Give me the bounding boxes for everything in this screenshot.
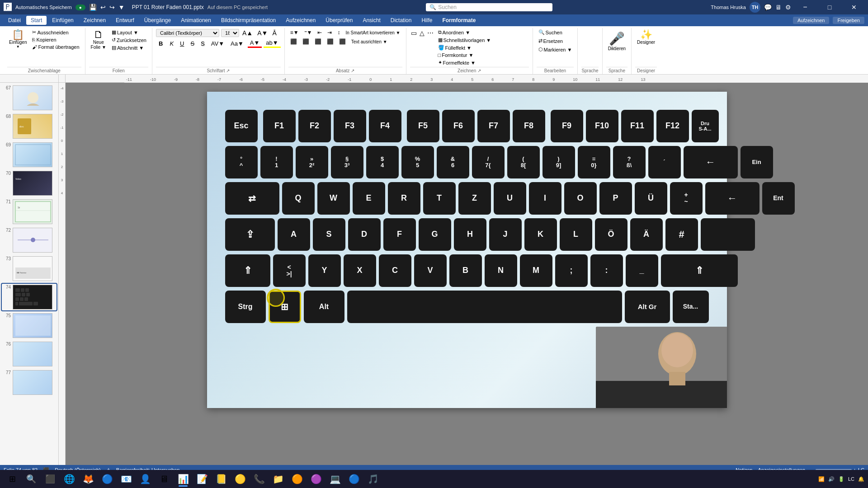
ribbon-btn-ersetzen[interactable]: ⇄ Ersetzen xyxy=(537,38,565,44)
taskbar-outlook-btn[interactable]: 👤 xyxy=(137,470,154,488)
autosave-switch[interactable]: ● xyxy=(75,5,85,10)
shadow-btn[interactable]: S xyxy=(198,40,207,47)
taskbar-teams-btn[interactable]: 🖥 xyxy=(156,470,173,488)
font-size-select[interactable]: 18 xyxy=(221,29,239,37)
toolbar-undo-icon[interactable]: ↩ xyxy=(100,4,106,11)
ribbon-btn-markieren[interactable]: ⬡ Markieren ▼ xyxy=(537,46,574,53)
slide-thumb-68[interactable]: 68 doc xyxy=(2,113,57,140)
taskbar-notification-btn[interactable]: 🔔 xyxy=(858,476,864,482)
font-name-select[interactable]: Calibri (Textkörper) xyxy=(156,29,219,37)
shape-rect[interactable]: ▭ xyxy=(410,29,418,37)
increase-font-icon[interactable]: A▲ xyxy=(241,29,254,37)
char-spacing-btn[interactable]: AV▼ xyxy=(209,40,226,47)
taskbar-sticky-btn[interactable]: 🟡 xyxy=(231,470,249,488)
ribbon-btn-formkontur[interactable]: □ Formkontur ▼ xyxy=(436,52,493,58)
taskbar-chrome-btn[interactable]: 🔵 xyxy=(99,470,116,488)
taskbar-word-btn[interactable]: 📝 xyxy=(193,470,211,488)
menu-item-datei[interactable]: Datei xyxy=(4,16,25,25)
taskbar-search-btn[interactable]: 🔍 xyxy=(23,470,40,488)
menu-item-aufzeichnen[interactable]: Aufzeichnen xyxy=(281,16,320,25)
taskbar-skype-btn[interactable]: 📞 xyxy=(250,470,268,488)
taskbar-app6-btn[interactable]: 🎵 xyxy=(364,470,382,488)
ribbon-btn-kopieren[interactable]: ⎘ Kopieren xyxy=(30,37,81,43)
align-right-btn[interactable]: ⬛ xyxy=(313,38,323,45)
ribbon-btn-format[interactable]: 🖌 Format übertragen xyxy=(30,44,81,50)
taskbar-sound-icon[interactable]: 🔊 xyxy=(828,476,835,482)
menu-item-dictation[interactable]: Dictation xyxy=(386,16,416,25)
align-center-btn[interactable]: ⬛ xyxy=(301,38,311,45)
shape-triangle[interactable]: △ xyxy=(419,29,425,37)
taskbar-app4-btn[interactable]: 💻 xyxy=(326,470,344,488)
taskbar-task-view-btn[interactable]: ⬛ xyxy=(42,470,59,488)
ribbon-btn-designer[interactable]: ✨ Designer xyxy=(635,29,657,46)
menu-item-ansicht[interactable]: Ansicht xyxy=(358,16,385,25)
taskbar-battery-icon[interactable]: 🔋 xyxy=(838,476,844,482)
ribbon-btn-schnellstile[interactable]: ▦ Schnellstilvorlagen ▼ xyxy=(436,37,493,43)
slide-thumb-76[interactable]: 76 xyxy=(2,341,57,367)
canvas-area[interactable]: Esc F1 F2 F3 F4 F5 F6 F7 F8 F9 F10 F11 F… xyxy=(66,83,868,465)
numbering-btn[interactable]: ⁼▼ xyxy=(302,29,314,36)
taskbar-file-btn[interactable]: 📁 xyxy=(269,470,287,488)
record-btn[interactable]: Aufzeichnen xyxy=(793,17,830,24)
slide-thumb-75[interactable]: 75 xyxy=(2,312,57,339)
ribbon-btn-ausschneiden[interactable]: ✂ Ausschneiden xyxy=(30,29,81,36)
settings-icon[interactable]: ⚙ xyxy=(785,4,791,11)
text-align-btn[interactable]: Text ausrichten ▼ xyxy=(349,39,389,45)
slide-thumb-73[interactable]: 73 ⌨ Tastatur xyxy=(2,255,57,282)
menu-item-entwurf[interactable]: Entwurf xyxy=(111,16,139,25)
slide-thumb-72[interactable]: 72 xyxy=(2,227,57,253)
taskbar-onenote-btn[interactable]: 📒 xyxy=(212,470,230,488)
ribbon-btn-formeffekte[interactable]: ✦ Formeffekte ▼ xyxy=(436,59,493,66)
taskbar-app3-btn[interactable]: 🟣 xyxy=(307,470,325,488)
highlight-color-btn[interactable]: ab▼ xyxy=(264,39,280,48)
taskbar-mail-btn[interactable]: 📧 xyxy=(118,470,135,488)
menu-item-zeichnen[interactable]: Zeichnen xyxy=(79,16,110,25)
taskbar-app5-btn[interactable]: 🔵 xyxy=(345,470,363,488)
taskbar-powerpoint-btn[interactable]: 📊 xyxy=(175,470,192,488)
ribbon-btn-neue-folie[interactable]: 🗋 NeueFolie ▼ xyxy=(89,29,108,51)
toolbar-redo-icon[interactable]: ↪ xyxy=(109,4,115,11)
font-color-btn[interactable]: A▼ xyxy=(248,39,262,48)
bold-btn[interactable]: B xyxy=(156,39,165,48)
menu-item-animationen[interactable]: Animationen xyxy=(176,16,216,25)
taskbar-edge-btn[interactable]: 🌐 xyxy=(61,470,78,488)
columns-btn[interactable]: ⬛ xyxy=(337,38,348,45)
ribbon-btn-layout[interactable]: ▦ Layout ▼ xyxy=(110,29,148,36)
present-icon[interactable]: 🖥 xyxy=(775,4,782,11)
taskbar-firefox-btn[interactable]: 🦊 xyxy=(80,470,97,488)
indent-decrease-btn[interactable]: ⇤ xyxy=(316,29,324,36)
convert-smartart-btn[interactable]: In SmartArt konvertieren ▼ xyxy=(344,30,402,36)
taskbar-network-icon[interactable]: 📶 xyxy=(818,476,825,482)
toolbar-save-icon[interactable]: 💾 xyxy=(89,4,97,11)
slide-canvas[interactable]: Esc F1 F2 F3 F4 F5 F6 F7 F8 F9 F10 F11 F… xyxy=(207,92,727,408)
taskbar-start-btn[interactable]: ⊞ xyxy=(4,470,21,488)
shape-more[interactable]: ⋯ xyxy=(426,29,434,37)
align-left-btn[interactable]: ⬛ xyxy=(288,38,299,45)
maximize-button[interactable]: □ xyxy=(819,0,840,14)
ribbon-btn-anordnen[interactable]: ⧉ Anordnen ▼ xyxy=(436,29,493,36)
menu-item-hilfe[interactable]: Hilfe xyxy=(417,16,437,25)
bullets-btn[interactable]: ≡▼ xyxy=(288,29,301,36)
clear-format-icon[interactable]: Ā xyxy=(271,29,278,37)
taskbar-clock[interactable]: LC xyxy=(848,476,854,482)
minimize-button[interactable]: − xyxy=(795,0,816,14)
text-direction-btn[interactable]: ↕ xyxy=(335,29,342,36)
ribbon-btn-suchen[interactable]: 🔍 Suchen xyxy=(537,29,564,36)
menu-item-formformate[interactable]: Formformate xyxy=(438,16,480,25)
taskbar-app2-btn[interactable]: 🟠 xyxy=(288,470,306,488)
indent-increase-btn[interactable]: ⇥ xyxy=(326,29,334,36)
autosave-toggle[interactable]: Automatisches Speichern xyxy=(15,5,72,10)
ribbon-btn-abschnitt[interactable]: ▤ Abschnitt ▼ xyxy=(110,44,148,51)
menu-item-einfuegen[interactable]: Einfügen xyxy=(47,16,78,25)
search-box[interactable]: 🔍 Suchen xyxy=(426,3,552,11)
slide-thumb-70[interactable]: 70 Video xyxy=(2,170,57,197)
slide-thumb-67[interactable]: 67 xyxy=(2,84,57,111)
menu-item-start[interactable]: Start xyxy=(26,16,47,25)
menu-item-ueberpruefen[interactable]: Überprüfen xyxy=(321,16,357,25)
decrease-font-icon[interactable]: A▼ xyxy=(256,29,269,37)
toolbar-more-icon[interactable]: ▼ xyxy=(118,4,125,11)
user-avatar[interactable]: TH xyxy=(750,2,760,13)
ribbon-btn-zuruecksetzen[interactable]: ↺ Zurücksetzen xyxy=(110,37,148,43)
dictation-btn[interactable]: Diktieren xyxy=(608,46,626,51)
share-btn[interactable]: Freigeben xyxy=(833,17,864,24)
